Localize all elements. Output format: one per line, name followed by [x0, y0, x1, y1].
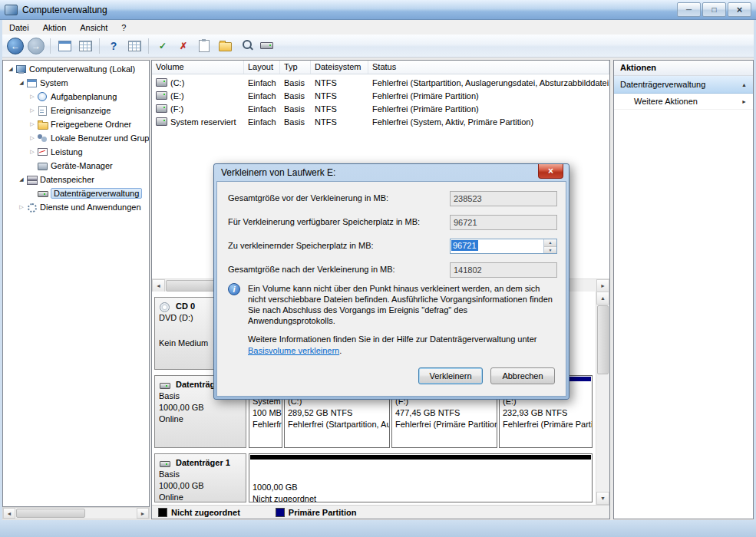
column-header-layout[interactable]: Layout — [244, 61, 280, 74]
cell-volume: (F:) — [170, 104, 183, 114]
expander-icon[interactable]: ▷ — [28, 94, 37, 100]
shrink-amount-spinner[interactable]: 96721 ▲ ▼ — [450, 239, 557, 254]
storage-icon — [26, 175, 37, 184]
properties-button[interactable] — [195, 37, 213, 55]
tree-item-geraete-manager[interactable]: Geräte-Manager — [3, 159, 149, 173]
menu-datei[interactable]: Datei — [2, 21, 36, 34]
tree-item-dienste[interactable]: ▷ Dienste und Anwendungen — [3, 200, 149, 214]
expander-icon[interactable]: ▷ — [28, 107, 37, 114]
app-icon — [5, 5, 18, 15]
scrollbar-thumb[interactable] — [16, 509, 85, 518]
table-row-system-reserviert[interactable]: System reserviert Einfach Basis NTFS Feh… — [152, 115, 609, 128]
rescan-disks-button[interactable] — [257, 37, 276, 55]
column-header-dateisystem[interactable]: Dateisystem — [311, 61, 368, 74]
tree-item-label: Freigegebene Ordner — [51, 120, 131, 129]
field-total-after: Gesamtgröße nach der Verkleinerung in MB… — [228, 262, 558, 278]
column-header-status[interactable]: Status — [368, 61, 609, 74]
menu-aktion[interactable]: Aktion — [36, 21, 74, 34]
table-row-volume-c[interactable]: (C:) Einfach Basis NTFS Fehlerfrei (Star… — [152, 76, 609, 89]
partition-size: 100 MB NTFS — [253, 407, 279, 419]
tree-item-computerverwaltung[interactable]: ◢ Computerverwaltung (Lokal) — [3, 62, 149, 76]
shrink-amount-input[interactable]: 96721 — [451, 240, 478, 251]
spinner-down-button[interactable]: ▼ — [544, 247, 556, 254]
search-button[interactable] — [236, 37, 255, 55]
search-icon — [243, 40, 252, 49]
cell-typ: Basis — [284, 104, 305, 114]
help-link[interactable]: Basisvolume verkleinern — [248, 346, 339, 355]
scroll-up-button[interactable]: ▲ — [596, 292, 609, 305]
menu-bar: Datei Aktion Ansicht ? — [2, 20, 754, 35]
cell-dateisystem: NTFS — [315, 117, 337, 127]
expander-icon[interactable]: ▷ — [28, 149, 37, 155]
scroll-down-button[interactable]: ▼ — [596, 492, 609, 505]
open-folder-button[interactable] — [216, 37, 234, 55]
help-button[interactable]: ? — [104, 37, 123, 55]
refresh-button[interactable]: ✓ — [154, 37, 172, 55]
maximize-button[interactable]: □ — [702, 2, 726, 17]
disk1-info-box[interactable]: Datenträger 1 Basis 1000,00 GB Online — [154, 453, 246, 502]
expander-icon[interactable]: ◢ — [17, 80, 26, 86]
expander-icon[interactable]: ▷ — [28, 121, 37, 127]
cd-name: CD 0 — [176, 301, 195, 312]
column-header-typ[interactable]: Typ — [280, 61, 311, 74]
menu-hilfe[interactable]: ? — [114, 21, 133, 34]
expander-icon[interactable]: ◢ — [6, 66, 15, 72]
scroll-right-button[interactable]: ► — [137, 508, 149, 519]
task-scheduler-icon — [37, 92, 48, 101]
expander-icon[interactable]: ▷ — [17, 204, 26, 210]
tree-item-label: Leistung — [51, 147, 83, 156]
table-row-volume-e[interactable]: (E:) Einfach Basis NTFS Fehlerfrei (Prim… — [152, 89, 609, 102]
forward-button[interactable]: → — [27, 37, 45, 55]
delete-button[interactable]: ✗ — [174, 37, 193, 55]
tree-item-leistung[interactable]: ▷ Leistung — [3, 145, 149, 159]
tree-item-aufgabenplanung[interactable]: ▷ Aufgabenplanung — [3, 90, 149, 104]
shrink-button[interactable]: Verkleinern — [418, 367, 483, 384]
disk-icon — [260, 42, 273, 49]
cancel-button[interactable]: Abbrechen — [490, 367, 555, 384]
tree-item-datentraegerverwaltung[interactable]: Datenträgerverwaltung — [3, 186, 149, 200]
scrollbar-thumb[interactable] — [597, 305, 609, 374]
dialog-close-button[interactable]: × — [538, 164, 563, 179]
tree-item-freigegebene-ordner[interactable]: ▷ Freigegebene Ordner — [3, 117, 149, 131]
legend-label: Primäre Partition — [289, 508, 357, 517]
menu-ansicht[interactable]: Ansicht — [73, 21, 114, 34]
disk-view-vertical-scrollbar[interactable]: ▲ ▼ — [596, 292, 609, 505]
field-label: Gesamtgröße vor der Verkleinerung in MB: — [228, 193, 388, 203]
tree-item-system[interactable]: ◢ System — [3, 76, 149, 90]
show-console-tree-button[interactable] — [55, 37, 74, 55]
tree-item-label: Lokale Benutzer und Gruppen — [51, 133, 149, 143]
users-icon — [37, 133, 48, 143]
tree-item-datenspeicher[interactable]: ◢ Datenspeicher — [3, 173, 149, 186]
scroll-left-button[interactable]: ◄ — [152, 279, 165, 292]
table-row-volume-f[interactable]: (F:) Einfach Basis NTFS Fehlerfrei (Prim… — [152, 102, 609, 115]
dialog-title-bar: Verkleinern von Laufwerk E: — [214, 164, 569, 181]
actions-item-label: Datenträgerverwaltung — [620, 80, 705, 89]
dialog-title: Verkleinern von Laufwerk E: — [221, 167, 335, 178]
help-icon: ? — [111, 40, 117, 52]
expander-icon[interactable]: ◢ — [17, 176, 26, 183]
console-window-button[interactable] — [125, 37, 144, 55]
disk-icon — [159, 459, 170, 468]
partition-status: Fehlerfrei (Startpartition, Auslagerungs… — [288, 419, 386, 430]
tree-item-label: System — [40, 78, 68, 87]
spinner-up-button[interactable]: ▲ — [544, 239, 556, 247]
shared-folders-icon — [37, 120, 48, 129]
scroll-left-button[interactable]: ◄ — [3, 508, 15, 519]
collapse-icon[interactable]: ▲ — [741, 82, 747, 87]
dialog-body: Gesamtgröße vor der Verkleinerung in MB:… — [216, 181, 566, 397]
actions-item-weitere-aktionen[interactable]: Weitere Aktionen ► — [614, 94, 753, 110]
tree-horizontal-scrollbar[interactable]: ◄ ► — [2, 507, 150, 519]
minimize-button[interactable]: ─ — [677, 2, 701, 17]
back-button[interactable]: ← — [6, 37, 25, 55]
actions-item-datentraegerverwaltung[interactable]: Datenträgerverwaltung ▲ — [614, 76, 753, 94]
unallocated-region[interactable]: 1000,00 GB Nicht zugeordnet — [249, 453, 593, 502]
scroll-right-button[interactable]: ► — [596, 279, 609, 292]
tree-item-lokale-benutzer[interactable]: ▷ Lokale Benutzer und Gruppen — [3, 131, 149, 145]
window-frame-bottom — [0, 520, 756, 537]
close-button[interactable]: × — [728, 2, 751, 17]
column-header-volume[interactable]: Volume — [152, 61, 244, 74]
tree-item-ereignisanzeige[interactable]: ▷ Ereignisanzeige — [3, 104, 149, 117]
expander-icon[interactable]: ▷ — [28, 135, 37, 141]
export-list-button[interactable] — [76, 37, 94, 55]
system-tools-icon — [26, 78, 37, 87]
